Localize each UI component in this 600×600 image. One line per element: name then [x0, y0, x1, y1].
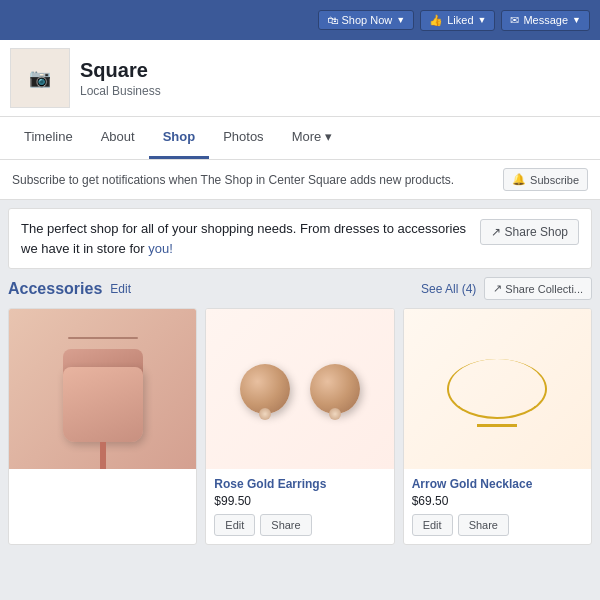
product-info-necklace: Arrow Gold Necklace $69.50 Edit Share: [404, 469, 591, 544]
nav-tabs: Timeline About Shop Photos More ▾: [0, 117, 600, 160]
notification-bar: Subscribe to get notifications when The …: [0, 160, 600, 200]
necklace-actions: Edit Share: [412, 514, 583, 536]
product-card-bag: [8, 308, 197, 545]
earrings-share-button[interactable]: Share: [260, 514, 311, 536]
shop-desc-actions: ↗ Share Shop: [480, 219, 579, 245]
earrings-price: $99.50: [214, 494, 385, 508]
section-right: See All (4) ↗ Share Collecti...: [421, 277, 592, 300]
message-button[interactable]: ✉ Message ▼: [501, 10, 590, 31]
share-collection-label: Share Collecti...: [505, 283, 583, 295]
earrings-actions: Edit Share: [214, 514, 385, 536]
necklace-share-button[interactable]: Share: [458, 514, 509, 536]
product-image-earrings: [206, 309, 393, 469]
shop-desc-highlight: you!: [148, 241, 173, 256]
share-collection-button[interactable]: ↗ Share Collecti...: [484, 277, 592, 300]
bag-shape: [63, 367, 143, 442]
subscribe-icon: 🔔: [512, 173, 526, 186]
products-grid: Rose Gold Earrings $99.50 Edit Share: [8, 308, 592, 545]
section-header: Accessories Edit See All (4) ↗ Share Col…: [8, 277, 592, 300]
product-card-earrings: Rose Gold Earrings $99.50 Edit Share: [205, 308, 394, 545]
section-edit-link[interactable]: Edit: [110, 282, 131, 296]
earrings-edit-button[interactable]: Edit: [214, 514, 255, 536]
product-card-necklace: Arrow Gold Necklace $69.50 Edit Share: [403, 308, 592, 545]
product-info-bag: [9, 469, 196, 485]
share-shop-icon: ↗: [491, 225, 501, 239]
message-icon: ✉: [510, 14, 519, 27]
shop-now-button[interactable]: 🛍 Shop Now ▼: [318, 10, 415, 30]
share-shop-button[interactable]: ↗ Share Shop: [480, 219, 579, 245]
shop-description-card: The perfect shop for all of your shoppin…: [8, 208, 592, 269]
necklace-price: $69.50: [412, 494, 583, 508]
message-chevron: ▼: [572, 15, 581, 25]
earrings-visual: [206, 309, 393, 469]
product-info-earrings: Rose Gold Earrings $99.50 Edit Share: [206, 469, 393, 544]
bag-visual: [9, 309, 196, 469]
earring-right: [310, 364, 360, 414]
product-image-bag: [9, 309, 196, 469]
section-title: Accessories: [8, 280, 102, 298]
subscribe-button[interactable]: 🔔 Subscribe: [503, 168, 588, 191]
earrings-name: Rose Gold Earrings: [214, 477, 385, 491]
tab-about[interactable]: About: [87, 117, 149, 159]
tab-photos[interactable]: Photos: [209, 117, 277, 159]
earring-left: [240, 364, 290, 414]
shop-now-label: Shop Now: [342, 14, 393, 26]
see-all-link[interactable]: See All (4): [421, 282, 476, 296]
camera-icon: 📷: [29, 67, 51, 89]
facebook-header: 🛍 Shop Now ▼ 👍 Liked ▼ ✉ Message ▼: [0, 0, 600, 40]
accessories-section: Accessories Edit See All (4) ↗ Share Col…: [8, 277, 592, 545]
liked-icon: 👍: [429, 14, 443, 27]
message-label: Message: [523, 14, 568, 26]
bag-tassel: [100, 442, 106, 470]
main-content: The perfect shop for all of your shoppin…: [0, 200, 600, 553]
liked-button[interactable]: 👍 Liked ▼: [420, 10, 495, 31]
share-collection-icon: ↗: [493, 282, 502, 295]
page-header: 📷 Square Local Business: [0, 40, 600, 117]
product-image-necklace: [404, 309, 591, 469]
shop-description-text: The perfect shop for all of your shoppin…: [21, 219, 470, 258]
necklace-edit-button[interactable]: Edit: [412, 514, 453, 536]
necklace-chain: [447, 359, 547, 419]
necklace-pendant: [477, 424, 517, 427]
page-type: Local Business: [80, 84, 590, 98]
necklace-visual: [404, 309, 591, 469]
section-title-left: Accessories Edit: [8, 280, 131, 298]
subscribe-label: Subscribe: [530, 174, 579, 186]
liked-chevron: ▼: [478, 15, 487, 25]
shop-desc-part1: The perfect shop for all of your shoppin…: [21, 221, 466, 256]
page-info: Square Local Business: [80, 59, 590, 98]
page-name: Square: [80, 59, 590, 82]
page-logo: 📷: [10, 48, 70, 108]
shop-now-icon: 🛍: [327, 14, 338, 26]
tab-shop[interactable]: Shop: [149, 117, 210, 159]
notification-text: Subscribe to get notifications when The …: [12, 173, 454, 187]
tab-timeline[interactable]: Timeline: [10, 117, 87, 159]
share-shop-label: Share Shop: [505, 225, 568, 239]
necklace-name: Arrow Gold Necklace: [412, 477, 583, 491]
shop-now-chevron: ▼: [396, 15, 405, 25]
liked-label: Liked: [447, 14, 473, 26]
bag-strap: [68, 337, 138, 339]
tab-more[interactable]: More ▾: [278, 117, 346, 159]
